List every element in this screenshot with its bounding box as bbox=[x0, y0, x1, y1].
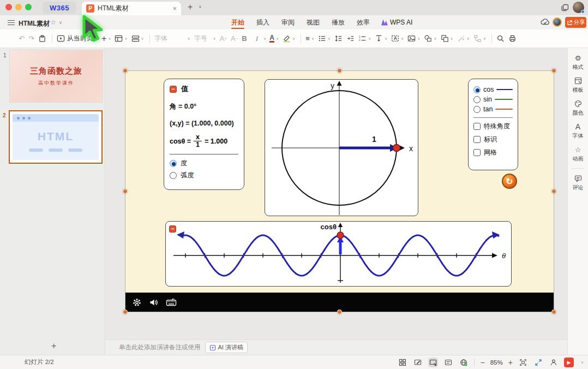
text-direction-button[interactable]: ∨ bbox=[375, 34, 387, 43]
play-options-chevron-icon[interactable]: ∨ bbox=[581, 360, 584, 365]
unit-circle-panel[interactable]: 1 x y bbox=[265, 79, 418, 216]
unit-circle-plot[interactable]: 1 x y bbox=[265, 80, 417, 215]
fullscreen-icon[interactable] bbox=[533, 358, 543, 367]
sidebar-item-animation[interactable]: ☆ 动画 bbox=[568, 146, 588, 163]
window-stack-icon[interactable] bbox=[561, 3, 569, 14]
print-icon[interactable] bbox=[508, 34, 517, 43]
volume-speaker-icon[interactable] bbox=[149, 297, 159, 307]
translate-globe-icon[interactable] bbox=[459, 358, 469, 367]
bold-button[interactable]: B bbox=[242, 34, 247, 43]
redo-icon[interactable]: ↷ bbox=[28, 34, 34, 43]
slide-thumbnail-2-selected[interactable]: HTML bbox=[9, 110, 103, 164]
paste-icon[interactable] bbox=[38, 34, 46, 43]
selection-handle[interactable] bbox=[551, 68, 556, 73]
sidebar-item-format[interactable]: ⚙ 格式 bbox=[568, 54, 588, 71]
grid-view-icon[interactable] bbox=[398, 358, 407, 367]
sidebar-item-color[interactable]: 颜色 bbox=[568, 100, 588, 117]
selection-handle[interactable] bbox=[551, 310, 556, 314]
document-tab[interactable]: P HTML素材 × bbox=[82, 2, 181, 15]
indent-button[interactable] bbox=[346, 34, 355, 43]
grid-option[interactable]: 网格 bbox=[473, 148, 513, 157]
effects-button[interactable]: ∨ bbox=[457, 34, 470, 43]
reset-button[interactable]: ↻ bbox=[502, 174, 517, 189]
selection-handle[interactable] bbox=[337, 68, 342, 73]
cos-radio[interactable] bbox=[473, 86, 481, 93]
normal-view-icon[interactable] bbox=[413, 358, 423, 367]
wave-trace-point[interactable] bbox=[337, 232, 344, 239]
play-slideshow-button[interactable]: ▶ bbox=[564, 358, 574, 367]
align-button[interactable]: ≡∨ bbox=[305, 34, 314, 43]
menu-insert[interactable]: 插入 bbox=[250, 15, 275, 29]
sidebar-item-font[interactable]: A 字体 bbox=[568, 123, 588, 140]
group-button[interactable]: ∨ bbox=[441, 34, 453, 43]
insert-shape-button[interactable]: ∨ bbox=[424, 34, 436, 43]
maximize-window-button[interactable] bbox=[25, 4, 32, 10]
collapse-panel-button[interactable]: − bbox=[169, 225, 176, 233]
cos-option[interactable]: cos bbox=[473, 86, 513, 93]
menu-review[interactable]: 审阅 bbox=[275, 15, 301, 29]
collapse-panel-button[interactable]: − bbox=[170, 86, 177, 93]
labels-option[interactable]: 标识 bbox=[473, 135, 513, 144]
italic-button[interactable]: I bbox=[256, 34, 258, 43]
grid-checkbox[interactable] bbox=[473, 149, 481, 156]
selection-handle[interactable] bbox=[123, 310, 128, 314]
radians-radio[interactable] bbox=[170, 172, 177, 179]
increase-font-button[interactable]: A+ bbox=[220, 34, 227, 43]
tan-radio[interactable] bbox=[473, 106, 481, 113]
add-slide-button[interactable]: + bbox=[51, 341, 56, 351]
notes-view-icon[interactable] bbox=[443, 358, 453, 367]
menu-wps-ai[interactable]: WPS AI bbox=[376, 19, 418, 26]
slide-embedded-object[interactable]: − 值 角 = 0.0° (x,y) = (1.000, 0.000) cosθ… bbox=[125, 71, 554, 312]
bullet-list-button[interactable]: ∨ bbox=[318, 34, 331, 43]
degrees-radio[interactable] bbox=[170, 160, 177, 167]
wps365-logo[interactable]: W365 bbox=[43, 2, 76, 14]
insert-image-button[interactable]: ∨ bbox=[407, 34, 420, 43]
selection-handle[interactable] bbox=[123, 68, 128, 73]
sin-option[interactable]: sin bbox=[473, 96, 513, 103]
slide-thumbnail-1[interactable]: 三角函数之旅 高中数学课件 bbox=[10, 50, 103, 102]
font-size-select[interactable]: 字号∨ bbox=[194, 34, 216, 43]
menu-view[interactable]: 视图 bbox=[301, 15, 326, 29]
fit-to-window-icon[interactable] bbox=[518, 358, 528, 367]
font-color-button[interactable]: A∨ bbox=[269, 34, 279, 43]
line-spacing-button[interactable] bbox=[334, 34, 343, 43]
speaker-notes-bar[interactable]: 单击此处添加演讲备注或使用 AI 演讲稿 bbox=[105, 340, 567, 355]
favorite-star-icon[interactable]: ☆ bbox=[50, 19, 56, 26]
user-avatar[interactable] bbox=[573, 2, 584, 13]
selection-handle[interactable] bbox=[551, 189, 556, 194]
zoom-in-button[interactable]: + bbox=[508, 358, 513, 367]
sin-radio[interactable] bbox=[473, 96, 481, 103]
main-menu-icon[interactable] bbox=[8, 20, 15, 25]
cosine-wave-plot[interactable]: cosθ θ bbox=[166, 222, 511, 285]
member-avatar[interactable] bbox=[553, 17, 562, 27]
font-name-select[interactable]: 字体∨ bbox=[154, 34, 190, 43]
sidebar-item-template[interactable]: 模板 bbox=[568, 77, 588, 94]
undo-icon[interactable]: ↶ bbox=[19, 34, 25, 43]
keyboard-icon[interactable] bbox=[166, 298, 177, 307]
ai-script-button[interactable]: AI 演讲稿 bbox=[205, 342, 248, 353]
presenter-view-icon[interactable] bbox=[428, 358, 438, 367]
menu-home[interactable]: 开始 bbox=[225, 15, 250, 29]
zoom-level[interactable]: 85% bbox=[490, 359, 503, 366]
menu-efficiency[interactable]: 效率 bbox=[351, 15, 376, 29]
presenter-person-icon[interactable] bbox=[549, 358, 559, 367]
degrees-option[interactable]: 度 bbox=[170, 159, 238, 168]
cloud-sync-icon[interactable] bbox=[540, 17, 551, 28]
search-icon[interactable] bbox=[496, 34, 505, 43]
settings-gear-icon[interactable] bbox=[132, 297, 142, 307]
text-box-button[interactable]: ∨ bbox=[391, 34, 404, 43]
radians-option[interactable]: 弧度 bbox=[170, 171, 238, 180]
tab-close-icon[interactable]: × bbox=[172, 4, 177, 13]
highlight-color-button[interactable]: ∨ bbox=[283, 34, 295, 43]
menu-slideshow[interactable]: 播放 bbox=[326, 15, 351, 29]
section-button[interactable]: ∨ bbox=[131, 34, 144, 43]
tab-list-chevron-icon[interactable]: ∨ bbox=[199, 4, 202, 9]
tan-option[interactable]: tan bbox=[473, 105, 513, 113]
decrease-font-button[interactable]: A− bbox=[231, 34, 238, 43]
labels-checkbox[interactable] bbox=[473, 136, 481, 143]
selection-handle[interactable] bbox=[123, 189, 128, 194]
zoom-out-button[interactable]: − bbox=[480, 358, 484, 367]
new-tab-button[interactable]: + bbox=[188, 2, 193, 12]
title-chevron-icon[interactable]: ∨ bbox=[59, 20, 62, 25]
selection-handle[interactable] bbox=[337, 310, 342, 314]
